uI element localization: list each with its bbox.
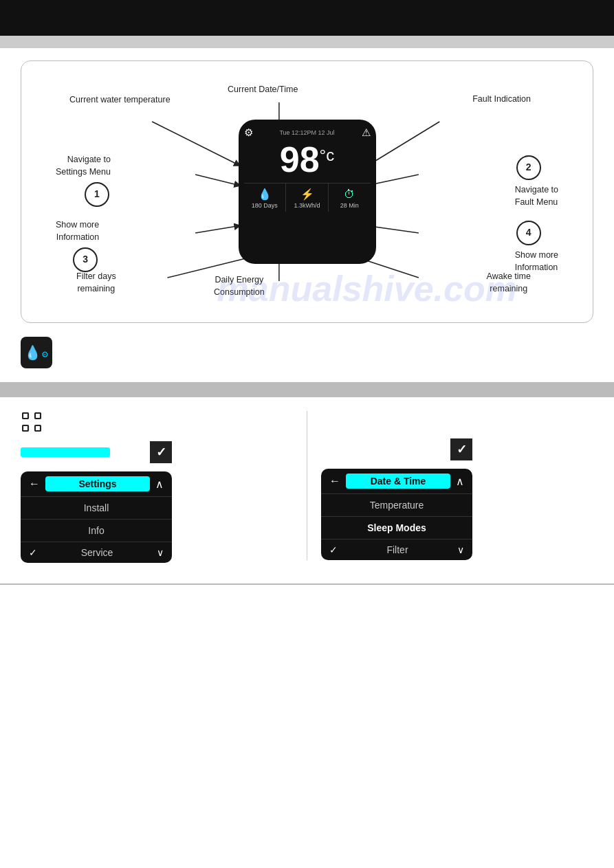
device-gear-icon: ⚙ [244, 126, 253, 139]
device-menu-right: ← Date & Time ∧ Temperature Sleep Modes … [321, 469, 472, 560]
label-current-datetime: Current Date/Time [228, 85, 298, 94]
svg-line-0 [152, 122, 237, 164]
svg-line-2 [370, 122, 439, 164]
device-menu-left: ← Settings ∧ Install Info ✓ Service ∨ [21, 471, 172, 563]
menu-item-service[interactable]: Service [37, 547, 157, 558]
menu-header-right: ← Date & Time ∧ [321, 469, 472, 493]
filter-icon-section: 💧⚙ [21, 337, 593, 368]
label-show-more-left: Show moreInformation 3 [56, 219, 99, 274]
label-daily-energy: Daily EnergyConsumption [214, 274, 265, 298]
menu-footer-left: ✓ Service ∨ [21, 542, 172, 563]
svg-rect-13 [23, 425, 28, 431]
menu-down-arrow-right[interactable]: ∨ [457, 544, 464, 555]
bolt-icon: ⚡ [300, 188, 314, 201]
check-row-right: ✓ [321, 438, 472, 466]
label-fault-indication: Fault Indication [472, 94, 531, 104]
cyan-highlight-left [21, 447, 110, 457]
menu-header-left: ← Settings ∧ [21, 471, 172, 496]
awake-value: 28 Min [340, 202, 359, 209]
gray-bar-top [0, 36, 614, 48]
menu-left-arrow-right[interactable]: ← [329, 475, 340, 487]
footer-check-left: ✓ [29, 547, 37, 558]
diagram-inner: Current water temperature Current Date/T… [49, 82, 565, 302]
drop-icon: 💧 [258, 188, 272, 201]
svg-line-5 [195, 226, 237, 233]
device-stat-awake: ⏱ 28 Min [329, 183, 371, 212]
check-badge-left: ✓ [150, 441, 172, 463]
btn-1[interactable]: 1 [85, 182, 109, 207]
menu-up-arrow-right[interactable]: ∧ [456, 475, 464, 488]
check-badge-right: ✓ [450, 438, 472, 460]
settings-section: ✓ ← Settings ∧ Install Info ✓ Service ∨ [21, 411, 593, 563]
device-temperature: 98°c [280, 142, 334, 177]
label-awake-time: Awake timeremaining [487, 271, 531, 295]
label-filter-days: Filter daysremaining [76, 271, 116, 295]
filter-icon-box: 💧⚙ [21, 337, 52, 368]
check-row-left: ✓ [21, 441, 172, 469]
menu-item-temperature[interactable]: Temperature [321, 493, 472, 516]
menu-item-install[interactable]: Install [21, 496, 172, 519]
device-alert-icon: ⚠ [362, 126, 371, 139]
menu-title-datetime: Date & Time [346, 474, 450, 489]
settings-col-left: ✓ ← Settings ∧ Install Info ✓ Service ∨ [21, 411, 307, 563]
device-display: ⚙ Tue 12:12PM 12 Jul ⚠ 98°c 💧 180 Days ⚡… [239, 120, 376, 264]
clock-icon: ⏱ [344, 188, 355, 201]
settings-col-right: ✓ ← Date & Time ∧ Temperature Sleep Mode… [307, 411, 593, 560]
btn-2[interactable]: 2 [516, 155, 541, 180]
top-bar [0, 0, 614, 36]
focus-icon-left [21, 411, 43, 433]
label-navigate-settings: Navigate toSettings Menu 1 [56, 154, 111, 208]
bottom-line [0, 583, 614, 585]
section-divider [0, 382, 614, 397]
svg-rect-12 [35, 413, 41, 419]
svg-rect-14 [35, 425, 41, 431]
label-current-water-temp: Current water temperature [69, 94, 171, 107]
menu-item-sleep-modes[interactable]: Sleep Modes [321, 516, 472, 539]
label-navigate-fault: 2 Navigate toFault Menu [515, 154, 558, 208]
menu-footer-right: ✓ Filter ∨ [321, 539, 472, 560]
svg-rect-11 [23, 413, 28, 419]
menu-item-info[interactable]: Info [21, 519, 172, 542]
diagram-section: Current water temperature Current Date/T… [21, 60, 593, 323]
btn-4[interactable]: 4 [516, 221, 541, 245]
menu-up-arrow-left[interactable]: ∧ [155, 478, 164, 491]
btn-3[interactable]: 3 [73, 247, 98, 272]
menu-title-settings: Settings [45, 476, 150, 491]
footer-check-right: ✓ [329, 544, 338, 555]
svg-line-4 [370, 175, 419, 185]
filter-drop-icon: 💧⚙ [24, 344, 49, 361]
energy-value: 1.3kWh/d [294, 202, 320, 209]
device-stat-filter: 💧 180 Days [244, 183, 287, 212]
menu-down-arrow-left[interactable]: ∨ [157, 547, 164, 558]
label-show-more-right: 4 Show moreInformation [515, 219, 558, 274]
svg-line-3 [195, 175, 237, 185]
device-datetime: Tue 12:12PM 12 Jul [254, 129, 360, 136]
filter-days-value: 180 Days [252, 202, 278, 209]
menu-left-arrow-left[interactable]: ← [29, 478, 40, 490]
svg-line-6 [370, 226, 419, 233]
menu-item-filter[interactable]: Filter [338, 544, 457, 555]
device-stat-energy: ⚡ 1.3kWh/d [286, 183, 329, 212]
